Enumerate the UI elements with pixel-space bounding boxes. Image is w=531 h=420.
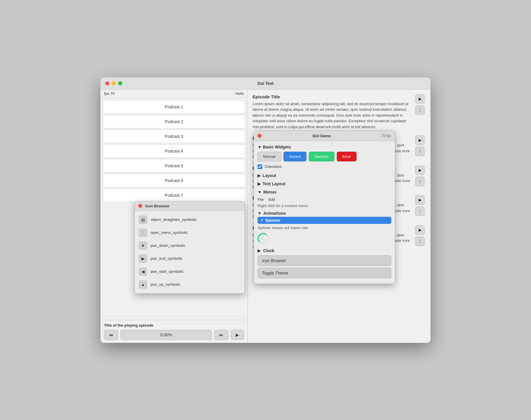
gui-demo-window: × GUI Demo 70 fps ▼ Basic Widgets Normal…	[254, 130, 395, 284]
icon-browser-title: Icon Browser	[145, 204, 169, 208]
file-menu-item[interactable]: File	[258, 197, 264, 202]
icon-browser-titlebar: × Icon Browser	[135, 201, 245, 211]
animations-label: Animations	[263, 211, 286, 216]
chevron-down-icon: ▼	[260, 219, 263, 222]
animations-section-header[interactable]: ▼ Animations	[258, 210, 391, 217]
list-item[interactable]: Podcast 4	[103, 144, 245, 158]
checkbox-input[interactable]	[258, 164, 262, 169]
chevron-right-icon: ▶	[258, 248, 261, 253]
icon-thumbnail: ▼	[139, 242, 147, 250]
window-title: Gui Test	[258, 81, 274, 86]
episode-actions: ▶ ⋮	[415, 195, 426, 216]
icon-list: ▤ object_straighten_symbolic ⋮ open_menu…	[135, 211, 245, 293]
gui-demo-body: ▼ Basic Widgets Normal Accent Success Er…	[254, 141, 395, 284]
success-button[interactable]: Success	[309, 152, 334, 161]
title-bar: Gui Test	[100, 77, 431, 90]
icon-thumbnail: ◀	[139, 267, 147, 276]
menus-section-header[interactable]: ▼ Menus	[258, 188, 391, 196]
icon-name: object_straighten_symbolic	[151, 217, 197, 222]
more-options-button[interactable]: ⋮	[415, 105, 425, 115]
chevron-down-icon: ▼	[258, 211, 262, 216]
layout-label: Layout	[263, 173, 276, 178]
minimize-button[interactable]	[112, 81, 116, 85]
list-item[interactable]: Podcast 2	[103, 115, 245, 128]
episode-actions: ▶ ⋮	[415, 225, 426, 246]
toggle-theme-button[interactable]: Toggle Theme	[258, 268, 391, 278]
icon-thumbnail: ⋮	[139, 229, 147, 237]
icon-browser-button[interactable]: Icon Browser	[258, 255, 391, 266]
list-item[interactable]: ⋮ open_menu_symbolic	[135, 226, 245, 239]
maximize-button[interactable]	[118, 81, 122, 85]
accent-button[interactable]: Accent	[283, 152, 306, 161]
play-episode-button[interactable]: ▶	[415, 166, 425, 175]
icon-name: pan_up_symbolic	[151, 282, 180, 287]
list-item[interactable]: Podcast 7	[103, 188, 245, 202]
spinner-hint: Spinner maxes out frame rate	[258, 226, 391, 230]
close-button[interactable]	[105, 81, 109, 85]
chevron-down-icon: ▼	[258, 190, 262, 194]
list-item[interactable]: ▼ pan_down_symbolic	[135, 239, 245, 252]
icon-name: pan_end_symbolic	[151, 256, 182, 261]
list-item[interactable]: ▲ pan_up_symbolic	[135, 278, 245, 291]
hello-label: Hello	[235, 91, 244, 96]
animations-section: ▼ Animations ▼ Spinner Spinner maxes out…	[258, 210, 391, 253]
icon-name: pan_start_symbolic	[151, 269, 184, 274]
more-options-button[interactable]: ⋮	[415, 177, 425, 186]
checkbox-label: Checkbox	[265, 164, 282, 169]
playing-episode-title: Title of the playing episode	[104, 323, 244, 328]
fps-label: fps 70	[104, 91, 114, 96]
spinner-label: Spinner	[265, 218, 281, 223]
episode-actions: ▶ ⋮	[415, 135, 426, 156]
play-episode-button[interactable]: ▶	[415, 225, 425, 235]
clock-section-header[interactable]: ▶ Clock	[258, 248, 391, 253]
text-layout-section-header[interactable]: ▶ Text Layout	[258, 180, 391, 187]
play-episode-button[interactable]: ▶	[415, 195, 425, 205]
text-layout-label: Text Layout	[263, 181, 286, 186]
fast-forward-button[interactable]: ⏭	[214, 330, 228, 340]
list-item[interactable]: ◀ pan_start_symbolic	[135, 265, 245, 278]
list-item[interactable]: Podcast 3	[103, 130, 245, 143]
error-button[interactable]: Error	[337, 152, 357, 161]
layout-section: ▶ Layout	[258, 172, 391, 179]
spinner-section: ▼ Spinner	[258, 217, 391, 224]
rewind-button[interactable]: ⏮	[104, 330, 118, 340]
more-options-button[interactable]: ⋮	[415, 206, 425, 216]
edit-menu-item[interactable]: Edit	[268, 197, 275, 202]
episode-actions: ▶ ⋮	[415, 94, 426, 115]
episode-title: Episode Title	[253, 94, 413, 99]
basic-widgets-label: Basic Widgets	[263, 145, 291, 149]
icon-name: open_menu_symbolic	[151, 230, 188, 235]
clock-label: Clock	[263, 248, 274, 253]
icon-thumbnail: ▲	[139, 280, 147, 289]
normal-button[interactable]: Normal	[258, 152, 281, 161]
episode-block: Episode Title Lorem ipsum dolor sit amet…	[253, 94, 426, 130]
more-options-button[interactable]: ⋮	[415, 237, 425, 246]
list-item[interactable]: ▤ object_straighten_symbolic	[135, 213, 245, 226]
menus-label: Menus	[263, 190, 276, 194]
list-item[interactable]: Podcast 1	[103, 100, 245, 114]
fps-bar: fps 70 Hello	[100, 90, 248, 98]
play-episode-button[interactable]: ▶	[415, 135, 425, 145]
basic-widgets-section-header[interactable]: ▼ Basic Widgets	[258, 145, 391, 149]
play-button[interactable]: ▶	[231, 330, 244, 340]
gui-demo-titlebar: × GUI Demo 70 fps	[254, 131, 395, 141]
icon-browser-close-button[interactable]: ×	[138, 204, 142, 208]
episode-actions: ▶ ⋮	[415, 166, 426, 186]
list-item[interactable]: Podcast 5	[103, 159, 245, 173]
main-window: Gui Test fps 70 Hello Podcast 1 Podcast …	[100, 77, 431, 343]
gui-demo-close-button[interactable]: ×	[258, 134, 262, 138]
episode-text: Episode Title Lorem ipsum dolor sit amet…	[253, 94, 413, 130]
progress-display: 0.00%	[121, 330, 212, 340]
episode-body: Lorem ipsum dolor sit amet, consectetur …	[253, 101, 413, 130]
chevron-right-icon: ▶	[258, 181, 261, 186]
list-item[interactable]: Podcast 6	[103, 174, 245, 187]
more-options-button[interactable]: ⋮	[415, 147, 425, 156]
checkbox-row: Checkbox	[258, 164, 391, 169]
layout-section-header[interactable]: ▶ Layout	[258, 172, 391, 179]
chevron-down-icon: ▼	[258, 145, 262, 149]
text-layout-section: ▶ Text Layout	[258, 180, 391, 187]
play-episode-button[interactable]: ▶	[415, 94, 425, 104]
list-item[interactable]: ▶ pan_end_symbolic	[135, 252, 245, 265]
spinner-visual	[258, 233, 269, 245]
icon-browser-window: × Icon Browser ▤ object_straighten_symbo…	[134, 201, 245, 294]
